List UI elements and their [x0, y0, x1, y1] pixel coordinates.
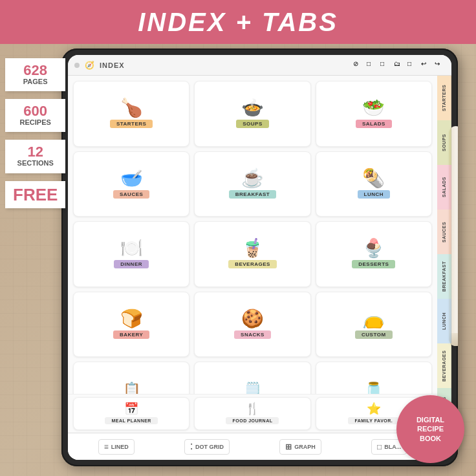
- dinner-label: DINNER: [114, 260, 149, 268]
- dinner-icon: 🍽️: [120, 239, 143, 257]
- snacks-label: SNACKS: [234, 330, 271, 339]
- beverages-label: BEVERAGES: [228, 260, 277, 268]
- soups-icon: 🍲: [241, 99, 264, 117]
- starters-label: STARTERS: [110, 120, 153, 128]
- toolbar-icon-7[interactable]: ↪: [435, 60, 445, 70]
- tile-salads[interactable]: 🥗 SALADS: [316, 81, 432, 147]
- custom-label: CUSTOM: [355, 330, 393, 339]
- tab-sauces[interactable]: SAUCES: [437, 210, 451, 254]
- toolbar-icon-2[interactable]: □: [367, 60, 377, 70]
- lined-icon: ≡: [104, 442, 109, 451]
- blank-label: BLA...: [384, 444, 401, 450]
- tab-starters[interactable]: STARTERS: [437, 76, 451, 120]
- stat-recipes-number: 600: [13, 104, 58, 118]
- top-banner: INDEX + TABS: [0, 0, 476, 44]
- stat-pages: 628 PAGES: [5, 58, 65, 91]
- stat-pages-number: 628: [13, 63, 58, 78]
- tile-beverages[interactable]: 🧋 BEVERAGES: [194, 221, 310, 287]
- breakfast-icon: ☕: [241, 169, 264, 188]
- lunch-icon: 🌯: [362, 169, 385, 188]
- digital-recipe-badge: DIGITAL RECIPE BOOK: [396, 395, 464, 463]
- sauces-label: SAUCES: [113, 190, 149, 199]
- food-journal-icon: 🍴: [245, 403, 259, 415]
- left-stats: 628 PAGES 600 RECIPES 12 SECTIONS FREE: [5, 58, 65, 208]
- desserts-label: DESSERTS: [352, 260, 395, 268]
- dot-grid-icon: ⁚: [190, 442, 193, 451]
- graph-icon: ⊞: [285, 442, 292, 451]
- stat-free-number: FREE: [13, 186, 58, 203]
- beverages-icon: 🧋: [241, 239, 264, 257]
- ipad-screen: 🧭 INDEX ⊘ □ □ 🗂 □ ↩ ↪ STARTERS SOUPS SAL…: [68, 55, 451, 460]
- bakery-icon: 🍞: [120, 310, 143, 328]
- toolbar-icon-5[interactable]: □: [407, 60, 418, 70]
- stat-pages-label: PAGES: [13, 78, 58, 86]
- toolbar-icon-1[interactable]: ⊘: [353, 60, 363, 70]
- tab-dot-grid[interactable]: ⁚ DOT GRID: [184, 439, 230, 455]
- stat-sections-number: 12: [13, 145, 58, 159]
- meal-planner-icon: 📅: [124, 403, 138, 415]
- stat-recipes: 600 RECIPES: [5, 99, 65, 132]
- meal-planner-label: MEAL PLANNER: [105, 417, 157, 424]
- tile-snacks[interactable]: 🍪 SNACKS: [194, 292, 310, 358]
- tile-desserts[interactable]: 🍨 DESSERTS: [316, 221, 432, 287]
- soups-label: SOUPS: [236, 120, 269, 128]
- tile-custom[interactable]: 👝 CUSTOM: [316, 292, 432, 358]
- stat-sections: 12 SECTIONS: [5, 140, 65, 173]
- badge-line2: RECIPE: [417, 424, 444, 433]
- toolbar-icon-6[interactable]: ↩: [421, 60, 431, 70]
- tile-sauces[interactable]: 🥣 SAUCES: [73, 151, 189, 217]
- family-fav-label: FAMILY FAVOR.: [348, 417, 399, 424]
- tab-breakfast[interactable]: BREAKFAST: [437, 254, 451, 299]
- blank-icon: □: [377, 442, 382, 451]
- desserts-icon: 🍨: [362, 239, 385, 257]
- graph-label: GRAPH: [294, 444, 316, 450]
- tile-breakfast[interactable]: ☕ BREAKFAST: [194, 151, 310, 217]
- tile-bakery[interactable]: 🍞 BAKERY: [73, 292, 189, 358]
- custom-icon: 👝: [362, 310, 385, 328]
- ipad-device: 🧭 INDEX ⊘ □ □ 🗂 □ ↩ ↪ STARTERS SOUPS SAL…: [61, 49, 458, 466]
- starters-icon: 🍗: [120, 99, 143, 117]
- tab-salads[interactable]: SALADS: [437, 165, 451, 210]
- tab-soups[interactable]: SOUPS: [437, 120, 451, 165]
- side-tabs: STARTERS SOUPS SALADS SAUCES BREAKFAST L…: [437, 76, 451, 433]
- toolbar-icons: ⊘ □ □ 🗂 □ ↩ ↪: [353, 60, 445, 70]
- bakery-label: BAKERY: [113, 330, 149, 339]
- family-fav-icon: ⭐: [367, 403, 381, 415]
- badge-line1: DIGITAL: [416, 415, 444, 424]
- breakfast-label: BREAKFAST: [229, 190, 276, 199]
- food-journal-label: FOOD JOURNAL: [226, 417, 279, 424]
- tab-lunch[interactable]: LUNCH: [437, 299, 451, 343]
- lunch-label: LUNCH: [358, 190, 391, 199]
- camera-icon: [74, 63, 80, 68]
- toolbar-icon-4[interactable]: 🗂: [394, 60, 404, 70]
- tile-soups[interactable]: 🍲 SOUPS: [194, 81, 310, 147]
- tile-lunch[interactable]: 🌯 LUNCH: [316, 151, 432, 217]
- stat-free: FREE: [5, 181, 65, 208]
- salads-icon: 🥗: [362, 99, 385, 117]
- salads-label: SALADS: [356, 120, 392, 128]
- tab-graph[interactable]: ⊞ GRAPH: [279, 439, 321, 455]
- category-grid: 🍗 STARTERS 🍲 SOUPS 🥗 SALADS 🥣 SAUCES ☕ B…: [68, 76, 437, 433]
- sauces-icon: 🥣: [120, 169, 143, 188]
- tab-beverages[interactable]: BEVERAGES: [437, 343, 451, 388]
- extra-tiles-row: 📅 MEAL PLANNER 🍴 FOOD JOURNAL ⭐ FAMILY F…: [68, 394, 437, 433]
- tile-meal-planner[interactable]: 📅 MEAL PLANNER: [73, 397, 189, 430]
- stat-sections-label: SECTIONS: [13, 159, 58, 168]
- stat-recipes-label: RECIPES: [13, 118, 58, 127]
- badge-line3: BOOK: [420, 434, 441, 443]
- compass-icon: 🧭: [85, 61, 94, 70]
- ipad-bottom-bar: ≡ LINED ⁚ DOT GRID ⊞ GRAPH □ BLA...: [68, 433, 437, 460]
- tile-food-journal[interactable]: 🍴 FOOD JOURNAL: [194, 397, 310, 430]
- snacks-icon: 🍪: [241, 310, 264, 328]
- ipad-top-bar: 🧭 INDEX ⊘ □ □ 🗂 □ ↩ ↪: [68, 55, 451, 76]
- toolbar-icon-3[interactable]: □: [380, 60, 391, 70]
- tile-dinner[interactable]: 🍽️ DINNER: [73, 221, 189, 287]
- tile-starters[interactable]: 🍗 STARTERS: [73, 81, 189, 147]
- index-label: INDEX: [100, 61, 125, 69]
- banner-title: INDEX + TABS: [138, 8, 338, 37]
- dot-grid-label: DOT GRID: [195, 444, 224, 450]
- tab-lined[interactable]: ≡ LINED: [98, 439, 135, 455]
- lined-label: LINED: [111, 444, 129, 450]
